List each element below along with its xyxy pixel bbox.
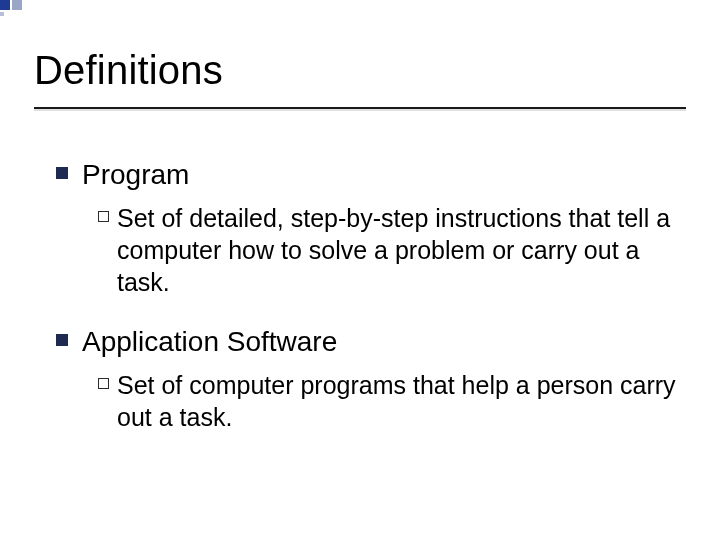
accent-square-icon [0,12,4,16]
square-bullet-icon [56,334,68,346]
hollow-square-bullet-icon [98,378,109,389]
corner-accent [0,0,38,16]
hollow-square-bullet-icon [98,211,109,222]
list-subitem: Set of computer programs that help a per… [98,369,680,433]
slide-title: Definitions [0,0,720,101]
slide: Definitions Program Set of detailed, ste… [0,0,720,540]
item-description: Set of computer programs that help a per… [117,369,677,433]
list-item: Program Set of detailed, step-by-step in… [56,157,680,298]
item-heading: Program [82,157,189,192]
list-item: Application Software Set of computer pro… [56,324,680,433]
list-subitem: Set of detailed, step-by-step instructio… [98,202,680,298]
item-heading: Application Software [82,324,337,359]
item-description: Set of detailed, step-by-step instructio… [117,202,677,298]
square-bullet-icon [56,167,68,179]
accent-square-icon [0,0,10,10]
accent-square-icon [12,0,22,10]
slide-body: Program Set of detailed, step-by-step in… [0,109,720,433]
